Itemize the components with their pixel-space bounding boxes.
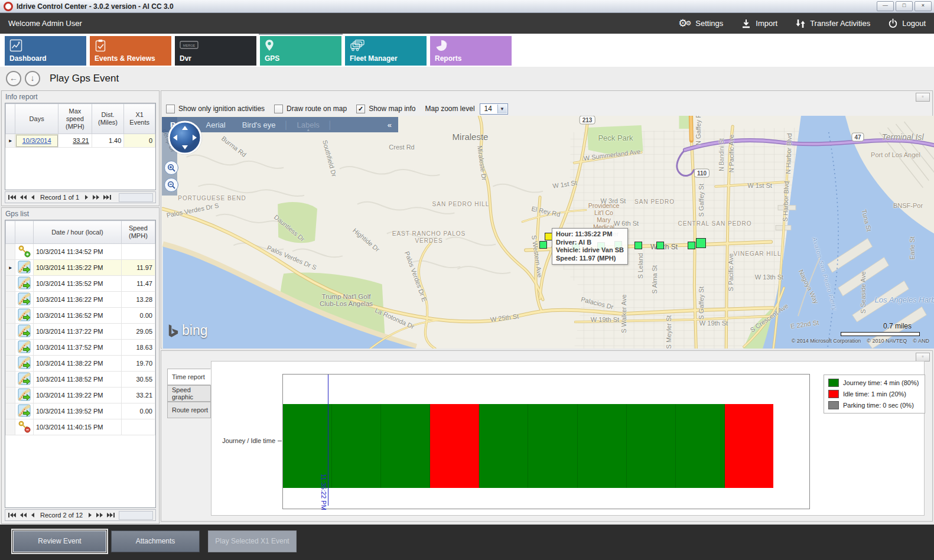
zoom-in-icon[interactable] bbox=[164, 161, 178, 175]
days-cell[interactable]: 10/3/2014 bbox=[15, 134, 58, 148]
next-page-button[interactable] bbox=[88, 512, 93, 518]
close-icon[interactable]: × bbox=[915, 1, 932, 11]
tab-gps[interactable]: GPS bbox=[260, 36, 341, 66]
transfer-activities-button[interactable]: Transfer Activities bbox=[795, 18, 870, 29]
date-cell[interactable]: 10/3/2014 11:37:22 PM bbox=[33, 324, 121, 340]
date-cell[interactable]: 10/3/2014 11:40:15 PM bbox=[33, 419, 121, 435]
maximize-icon[interactable]: □ bbox=[896, 1, 913, 11]
gps-row[interactable]: 10/3/2014 11:36:22 PM13.28 bbox=[6, 292, 155, 308]
pager-scrollbar[interactable] bbox=[119, 193, 153, 202]
gps-row[interactable]: 10/3/2014 11:38:22 PM19.70 bbox=[6, 356, 155, 372]
date-cell[interactable]: 10/3/2014 11:36:52 PM bbox=[33, 308, 121, 324]
speed-cell: 0.00 bbox=[121, 403, 155, 419]
map-scale-text: 0.7 miles bbox=[883, 322, 912, 330]
table-row[interactable]: ►10/3/201433.211.400 bbox=[6, 134, 155, 148]
map-zoom-level-select[interactable]: 14▼ bbox=[480, 103, 508, 115]
checkbox-show-map-info[interactable]: ✓ bbox=[356, 105, 365, 113]
gps-point-marker[interactable] bbox=[539, 241, 547, 249]
prev-page-button[interactable] bbox=[30, 194, 35, 200]
last-page-button[interactable] bbox=[106, 512, 115, 518]
review-event-button[interactable]: Review Event bbox=[13, 530, 106, 552]
gps-row[interactable]: 10/3/2014 11:37:52 PM18.63 bbox=[6, 340, 155, 356]
date-cell[interactable]: 10/3/2014 11:37:52 PM bbox=[33, 340, 121, 356]
logout-button[interactable]: Logout bbox=[888, 18, 926, 28]
gps-row[interactable]: 10/3/2014 11:39:22 PM33.21 bbox=[6, 388, 155, 403]
map-compass-control[interactable] bbox=[167, 119, 203, 158]
date-cell[interactable]: 10/3/2014 11:39:52 PM bbox=[33, 403, 121, 419]
next-page-page-button[interactable] bbox=[92, 194, 100, 200]
gps-row[interactable]: ►10/3/2014 11:35:22 PM11.97 bbox=[6, 260, 155, 276]
date-cell[interactable]: 10/3/2014 11:39:22 PM bbox=[33, 388, 121, 403]
gps-row[interactable]: 10/3/2014 11:36:52 PM0.00 bbox=[6, 308, 155, 324]
checkbox-show-only-ignition-activities[interactable] bbox=[166, 105, 175, 113]
date-cell[interactable]: 10/3/2014 11:38:52 PM bbox=[33, 372, 121, 388]
legend-item-parking: Parking time: 0 sec (0%) bbox=[828, 401, 920, 409]
gps-row[interactable]: 10/3/2014 11:40:15 PM bbox=[6, 419, 155, 435]
legend-item-journey: Journey time: 4 min (80%) bbox=[828, 379, 920, 387]
tab-reports[interactable]: Reports bbox=[430, 36, 512, 66]
speed-cell: 13.28 bbox=[121, 292, 155, 308]
date-cell[interactable]: 10/3/2014 11:35:52 PM bbox=[33, 276, 121, 292]
tooltip-line: Driver: Al B bbox=[556, 239, 624, 247]
date-cell[interactable]: 10/3/2014 11:38:22 PM bbox=[33, 356, 121, 372]
settings-button[interactable]: ⚙⚙Settings bbox=[678, 18, 723, 28]
date-cell[interactable]: 10/3/2014 11:34:52 PM bbox=[33, 244, 121, 260]
gps-row[interactable]: 10/3/2014 11:39:52 PM0.00 bbox=[6, 403, 155, 419]
tab-speed-graphic[interactable]: Speed graphic bbox=[167, 385, 211, 402]
chart-panel-collapse-icon[interactable]: ▫ bbox=[916, 353, 930, 362]
speed-cell: 19.70 bbox=[121, 356, 155, 372]
map-view-aerial[interactable]: Aerial bbox=[206, 121, 226, 129]
toolbar-collapse-icon[interactable]: « bbox=[388, 121, 391, 129]
tab-label: GPS bbox=[265, 54, 279, 63]
selected-gps-point-marker[interactable] bbox=[545, 233, 552, 240]
row-selector-cell bbox=[6, 388, 15, 403]
key-off-icon bbox=[15, 419, 34, 435]
gps-row[interactable]: 10/3/2014 11:34:52 PM bbox=[6, 244, 155, 260]
down-arrow-button[interactable]: ↓ bbox=[25, 71, 40, 86]
gps-row[interactable]: 10/3/2014 11:35:52 PM11.47 bbox=[6, 276, 155, 292]
gps-point-marker[interactable] bbox=[696, 238, 706, 248]
speed-cell: 0.00 bbox=[121, 308, 155, 324]
map-view-bird-s-eye[interactable]: Bird's eye bbox=[242, 121, 276, 129]
day-link[interactable]: 10/3/2014 bbox=[22, 137, 51, 144]
bing-map[interactable]: derlip DrBurma RdCrest RdMiralesteSouthf… bbox=[162, 116, 934, 349]
bing-logo-icon bbox=[168, 323, 178, 338]
gps-row[interactable]: 10/3/2014 11:38:52 PM30.55 bbox=[6, 372, 155, 388]
tab-route-report[interactable]: Route report bbox=[167, 402, 211, 418]
attachments-button[interactable]: Attachments bbox=[111, 530, 200, 552]
max-speed-link[interactable]: 33.21 bbox=[73, 137, 89, 144]
map-panel-collapse-icon[interactable]: ▫ bbox=[916, 93, 930, 102]
back-arrow-button[interactable]: ← bbox=[6, 71, 21, 86]
map-view-labels[interactable]: Labels bbox=[297, 121, 320, 129]
gps-point-marker[interactable] bbox=[656, 242, 664, 249]
prev-page-button[interactable] bbox=[30, 512, 35, 518]
window-titlebar[interactable]: Idrive Control Center - 3.0.2 version - … bbox=[0, 0, 934, 13]
import-button[interactable]: Import bbox=[741, 18, 777, 29]
max-speed-cell[interactable]: 33.21 bbox=[58, 134, 92, 148]
row-selector-header bbox=[6, 104, 15, 134]
tab-dashboard[interactable]: Dashboard bbox=[5, 36, 86, 66]
prev-page-page-button[interactable] bbox=[19, 512, 27, 518]
chevron-down-icon: ▼ bbox=[497, 105, 507, 113]
next-page-button[interactable] bbox=[84, 194, 89, 200]
first-page-button[interactable] bbox=[8, 512, 17, 518]
gps-row[interactable]: 10/3/2014 11:37:22 PM29.05 bbox=[6, 324, 155, 340]
date-cell[interactable]: 10/3/2014 11:36:22 PM bbox=[33, 292, 121, 308]
date-cell[interactable]: 10/3/2014 11:35:22 PM bbox=[33, 260, 121, 276]
tab-time-report[interactable]: Time report bbox=[167, 369, 211, 385]
zoom-out-icon[interactable] bbox=[164, 178, 178, 192]
tab-fleet-manager[interactable]: Fleet Manager bbox=[345, 36, 427, 66]
prev-page-page-button[interactable] bbox=[19, 194, 27, 200]
minimize-icon[interactable]: — bbox=[877, 1, 894, 11]
pager-scrollbar[interactable] bbox=[119, 511, 153, 520]
tab-events-reviews[interactable]: Events & Reviews bbox=[90, 36, 171, 66]
gps-point-marker[interactable] bbox=[688, 242, 695, 249]
next-page-page-button[interactable] bbox=[96, 512, 103, 518]
gps-point-marker[interactable] bbox=[634, 242, 642, 249]
tab-dvr[interactable]: MERGEDvr bbox=[175, 36, 256, 66]
first-page-button[interactable] bbox=[8, 194, 17, 200]
chart-category-label: Journey / Idle time bbox=[214, 437, 275, 444]
legend-swatch bbox=[828, 401, 839, 409]
checkbox-draw-route-on-map[interactable] bbox=[274, 105, 283, 113]
last-page-button[interactable] bbox=[103, 194, 112, 200]
